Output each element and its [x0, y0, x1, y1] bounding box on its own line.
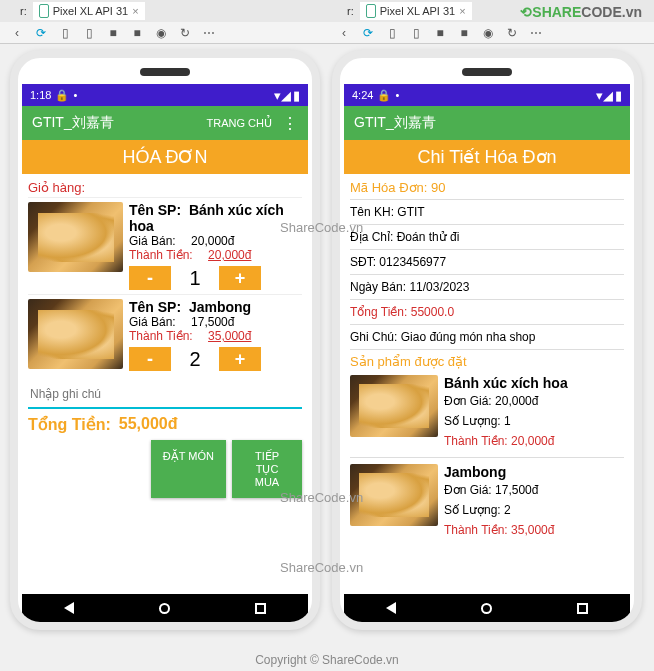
cart-item: Tên SP: Jambong Giá Bán: 17,500đ Thành T… — [28, 294, 302, 375]
product-image — [28, 299, 123, 369]
stop-icon[interactable]: ■ — [128, 24, 146, 42]
note-label: Ghi Chú: — [350, 330, 397, 344]
home-action[interactable]: TRANG CHỦ — [207, 117, 272, 130]
refresh-icon[interactable]: ↻ — [503, 24, 521, 42]
product-image — [28, 202, 123, 272]
status-time: 4:24 — [352, 89, 373, 101]
qty-label: Số Lượng: — [444, 414, 501, 428]
wifi-icon: ▾◢ — [274, 88, 291, 103]
phone-icon[interactable]: ▯ — [80, 24, 98, 42]
tab-prefix: r: — [347, 5, 354, 17]
order-button[interactable]: ĐẶT MÓN — [151, 440, 226, 498]
stop-icon[interactable]: ■ — [104, 24, 122, 42]
note-value: Giao đúng món nha shop — [401, 330, 536, 344]
address-value: Đoán thử đi — [397, 230, 460, 244]
address-label: Địa Chỉ: — [350, 230, 393, 244]
order-id-label: Mã Hóa Đơn: 90 — [350, 178, 624, 197]
chevron-left-icon[interactable]: ‹ — [335, 24, 353, 42]
product-name: Bánh xúc xích hoa — [444, 375, 624, 391]
product-price: 17,500đ — [495, 483, 538, 497]
more-horiz-icon[interactable]: ⋯ — [527, 24, 545, 42]
subtotal-label: Thành Tiền: — [444, 523, 508, 537]
price-label: Đơn Giá: — [444, 483, 492, 497]
refresh-icon[interactable]: ↻ — [176, 24, 194, 42]
more-horiz-icon[interactable]: ⋯ — [200, 24, 218, 42]
note-input[interactable] — [28, 381, 302, 409]
phone-icon[interactable]: ▯ — [383, 24, 401, 42]
name-label: Tên SP: — [129, 299, 181, 315]
nav-home-icon[interactable] — [481, 603, 492, 614]
lock-icon: 🔒 — [377, 89, 391, 102]
page-title-banner: HÓA ĐƠN — [22, 140, 308, 174]
qty-plus-button[interactable]: + — [219, 266, 261, 290]
emulator-tab-left[interactable]: Pixel XL API 31 × — [33, 2, 145, 20]
close-icon[interactable]: × — [132, 5, 138, 17]
customer-value: GTIT — [397, 205, 424, 219]
app-title: GTIT_刘嘉青 — [354, 114, 436, 132]
customer-label: Tên KH: — [350, 205, 394, 219]
price-label: Đơn Giá: — [444, 394, 492, 408]
app-title: GTIT_刘嘉青 — [32, 114, 114, 132]
phone-label: SĐT: — [350, 255, 376, 269]
qty-plus-button[interactable]: + — [219, 347, 261, 371]
close-icon[interactable]: × — [459, 5, 465, 17]
watermark-logo: ⟲SHARECODE.vn — [520, 4, 642, 20]
battery-icon: ▮ — [615, 88, 622, 103]
date-value: 11/03/2023 — [409, 280, 469, 294]
product-name: Jambong — [444, 464, 624, 480]
nav-home-icon[interactable] — [159, 603, 170, 614]
nav-back-icon[interactable] — [386, 602, 396, 614]
emulator-tab-right[interactable]: Pixel XL API 31 × — [360, 2, 472, 20]
app-bar: GTIT_刘嘉青 — [344, 106, 630, 140]
nav-recents-icon[interactable] — [577, 603, 588, 614]
app-bar: GTIT_刘嘉青 TRANG CHỦ ⋮ — [22, 106, 308, 140]
product-qty: 2 — [504, 503, 511, 517]
order-product: Jambong Đơn Giá: 17,500đ Số Lượng: 2 Thà… — [350, 460, 624, 544]
phone-icon[interactable]: ▯ — [407, 24, 425, 42]
rotate-icon[interactable]: ⟳ — [359, 24, 377, 42]
total-value: 55000.0 — [411, 305, 454, 319]
emulator-tab-label: Pixel XL API 31 — [380, 5, 455, 17]
page-title-banner: Chi Tiết Hóa Đơn — [344, 140, 630, 174]
product-image — [350, 375, 438, 437]
product-qty: 1 — [504, 414, 511, 428]
rotate-icon[interactable]: ⟳ — [32, 24, 50, 42]
android-navbar — [344, 594, 630, 622]
status-time: 1:18 — [30, 89, 51, 101]
stop-icon[interactable]: ■ — [431, 24, 449, 42]
phone-icon[interactable]: ▯ — [56, 24, 74, 42]
phone-value: 0123456977 — [379, 255, 446, 269]
emulator-tab-label: Pixel XL API 31 — [53, 5, 128, 17]
order-product: Bánh xúc xích hoa Đơn Giá: 20,000đ Số Lư… — [350, 371, 624, 455]
products-label: Sản phẩm được đặt — [350, 352, 624, 371]
product-price: 17,500đ — [191, 315, 234, 329]
qty-value: 2 — [181, 348, 209, 371]
lock-icon: 🔒 — [55, 89, 69, 102]
camera-icon[interactable]: ◉ — [479, 24, 497, 42]
battery-icon: ▮ — [293, 88, 300, 103]
nav-recents-icon[interactable] — [255, 603, 266, 614]
subtotal-label: Thành Tiền: — [129, 329, 193, 343]
chevron-left-icon[interactable]: ‹ — [8, 24, 26, 42]
date-label: Ngày Bán: — [350, 280, 406, 294]
phone-speaker — [140, 68, 190, 76]
camera-icon[interactable]: ◉ — [152, 24, 170, 42]
product-subtotal: 20,000đ — [511, 434, 554, 448]
nav-back-icon[interactable] — [64, 602, 74, 614]
qty-minus-button[interactable]: - — [129, 347, 171, 371]
qty-label: Số Lượng: — [444, 503, 501, 517]
android-navbar — [22, 594, 308, 622]
total-value: 55,000đ — [119, 415, 178, 434]
cart-item: Tên SP: Bánh xúc xích hoa Giá Bán: 20,00… — [28, 197, 302, 294]
kebab-icon[interactable]: ⋮ — [282, 114, 298, 133]
tab-prefix: r: — [20, 5, 27, 17]
product-subtotal: 20,000đ — [208, 248, 251, 262]
phone-speaker — [462, 68, 512, 76]
product-subtotal: 35,000đ — [511, 523, 554, 537]
product-image — [350, 464, 438, 526]
stop-icon[interactable]: ■ — [455, 24, 473, 42]
phone-right: 4:24 🔒 • ▾◢▮ GTIT_刘嘉青 Chi Tiết Hóa Đơn M… — [332, 50, 642, 630]
copyright-text: Copyright © ShareCode.vn — [255, 653, 399, 667]
qty-minus-button[interactable]: - — [129, 266, 171, 290]
continue-shopping-button[interactable]: TIẾP TỤC MUA — [232, 440, 302, 498]
